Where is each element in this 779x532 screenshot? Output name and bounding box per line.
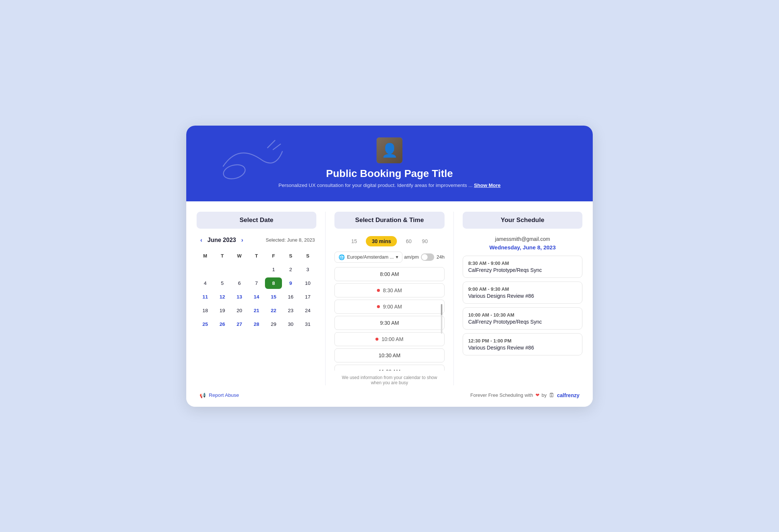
- busy-dot: [375, 338, 378, 341]
- cal-day-cell[interactable]: 26: [214, 318, 231, 330]
- duration-tab-30-mins[interactable]: 30 mins: [366, 236, 397, 246]
- scroll-thumb: [441, 304, 442, 315]
- cal-day-cell[interactable]: 10: [299, 277, 316, 289]
- brand-prefix: Forever Free Scheduling with: [470, 392, 533, 398]
- time-slot-label: 9:00 AM: [383, 304, 402, 310]
- cal-day-cell: [248, 264, 265, 275]
- main-content: Select Date ‹ June 2023 › Selected: June…: [186, 201, 593, 385]
- report-abuse-label: Report Abuse: [209, 392, 239, 398]
- time-slot[interactable]: 10:30 AM: [334, 348, 445, 362]
- footer: 📢 Report Abuse Forever Free Scheduling w…: [186, 385, 593, 407]
- cal-header-cell: F: [265, 250, 282, 262]
- timezone-row: 🌐 Europe/Amsterdam ... ▾ am/pm 24h: [334, 252, 445, 263]
- cal-day-cell[interactable]: 2: [282, 264, 299, 275]
- cal-day-cell[interactable]: 7: [248, 277, 265, 289]
- cal-day-cell[interactable]: 8: [265, 277, 282, 289]
- event-time: 12:30 PM - 1:00 PM: [468, 338, 577, 344]
- event-time: 10:00 AM - 10:30 AM: [468, 312, 577, 318]
- cal-day-cell[interactable]: 30: [282, 318, 299, 330]
- cal-day-cell[interactable]: 15: [265, 291, 282, 303]
- ampm-24h-toggle[interactable]: [421, 253, 434, 261]
- scroll-indicator: [441, 304, 442, 334]
- event-title: CalFrenzy Prototype/Reqs Sync: [468, 267, 577, 273]
- cal-day-cell[interactable]: 22: [265, 305, 282, 316]
- schedule-date: Wednesday, June 8, 2023: [463, 244, 582, 250]
- cal-day-cell[interactable]: 4: [197, 277, 214, 289]
- cal-day-cell[interactable]: 3: [299, 264, 316, 275]
- cal-day-cell[interactable]: 27: [231, 318, 248, 330]
- cal-day-cell[interactable]: 19: [214, 305, 231, 316]
- report-icon: 📢: [200, 392, 206, 398]
- ampm-label: am/pm: [404, 254, 419, 260]
- cal-header-cell: S: [299, 250, 316, 262]
- selected-date-value: June 8, 2023: [287, 237, 315, 243]
- cal-day-cell[interactable]: 13: [231, 291, 248, 303]
- busy-dot: [377, 305, 380, 308]
- report-abuse-button[interactable]: 📢 Report Abuse: [200, 392, 239, 398]
- next-month-button[interactable]: ›: [239, 236, 245, 244]
- cal-day-cell[interactable]: 11: [197, 291, 214, 303]
- schedule-event: 8:30 AM - 9:00 AMCalFrenzy Prototype/Req…: [463, 256, 582, 278]
- time-slot-label: 8:30 AM: [383, 287, 402, 293]
- footer-brand: Forever Free Scheduling with ❤ by 🗓 calf…: [470, 392, 579, 399]
- time-slot[interactable]: 10:00 AM: [334, 332, 445, 346]
- cal-day-cell[interactable]: 14: [248, 291, 265, 303]
- ampm-toggle-row: am/pm 24h: [404, 253, 445, 261]
- show-more-button[interactable]: Show More: [474, 183, 501, 188]
- timezone-select[interactable]: 🌐 Europe/Amsterdam ... ▾: [334, 252, 402, 263]
- avatar-image: [377, 137, 402, 163]
- duration-header: Select Duration & Time: [334, 212, 445, 229]
- cal-header-cell: T: [214, 250, 231, 262]
- cal-day-cell[interactable]: 17: [299, 291, 316, 303]
- event-title: Various Designs Review #86: [468, 293, 577, 299]
- cal-day-cell[interactable]: 9: [282, 277, 299, 289]
- timezone-label: Europe/Amsterdam ...: [347, 254, 394, 260]
- timezone-chevron: ▾: [396, 254, 398, 260]
- cal-day-cell[interactable]: 23: [282, 305, 299, 316]
- selected-label: Selected:: [266, 237, 286, 243]
- wordpress-icon: 🌐: [339, 254, 345, 260]
- cal-day-cell[interactable]: 28: [248, 318, 265, 330]
- busy-dot: [377, 289, 380, 292]
- event-title: Various Designs Review #86: [468, 345, 577, 351]
- cal-day-cell[interactable]: 18: [197, 305, 214, 316]
- cal-day-cell[interactable]: 1: [265, 264, 282, 275]
- cal-header-cell: M: [197, 250, 214, 262]
- cal-header-cell: W: [231, 250, 248, 262]
- svg-line-0: [268, 140, 275, 148]
- cal-day-cell[interactable]: 25: [197, 318, 214, 330]
- cal-day-cell[interactable]: 5: [214, 277, 231, 289]
- header: Public Booking Page Title Personalized U…: [186, 126, 593, 201]
- svg-point-2: [222, 162, 246, 181]
- calendar-selected-date: Selected: June 8, 2023: [266, 237, 315, 243]
- time-slot[interactable]: 9:30 AM: [334, 316, 445, 330]
- cal-header-cell: T: [248, 250, 265, 262]
- cal-day-cell[interactable]: 31: [299, 318, 316, 330]
- time-slot[interactable]: 11:00 AM: [334, 365, 445, 371]
- event-time: 8:30 AM - 9:00 AM: [468, 260, 577, 266]
- duration-tab-15[interactable]: 15: [350, 238, 359, 245]
- time-slot[interactable]: 8:30 AM: [334, 283, 445, 297]
- cal-day-cell[interactable]: 12: [214, 291, 231, 303]
- duration-tab-60[interactable]: 60: [404, 238, 413, 245]
- schedule-email: jamessmith@gmail.com: [463, 236, 582, 242]
- cal-day-cell[interactable]: 6: [231, 277, 248, 289]
- cal-day-cell[interactable]: 21: [248, 305, 265, 316]
- brand-logo-icon: 🗓: [549, 392, 555, 399]
- prev-month-button[interactable]: ‹: [198, 236, 204, 244]
- cal-day-cell[interactable]: 20: [231, 305, 248, 316]
- time-slot[interactable]: 8:00 AM: [334, 267, 445, 281]
- cal-day-cell[interactable]: 29: [265, 318, 282, 330]
- 24h-label: 24h: [436, 254, 445, 260]
- cal-day-cell[interactable]: 16: [282, 291, 299, 303]
- cal-day-cell: [231, 264, 248, 275]
- calendar-grid: MTWTFSS123456789101112131415161718192021…: [197, 250, 316, 330]
- cal-day-cell: [197, 264, 214, 275]
- time-slot[interactable]: 9:00 AM: [334, 300, 445, 314]
- event-title: CalFrenzy Prototype/Reqs Sync: [468, 319, 577, 325]
- cal-day-cell[interactable]: 24: [299, 305, 316, 316]
- duration-tab-90[interactable]: 90: [421, 238, 429, 245]
- schedule-header: Your Schedule: [463, 212, 582, 229]
- calendar-info: We used information from your calendar t…: [334, 375, 445, 385]
- booking-page-card: Public Booking Page Title Personalized U…: [186, 126, 593, 407]
